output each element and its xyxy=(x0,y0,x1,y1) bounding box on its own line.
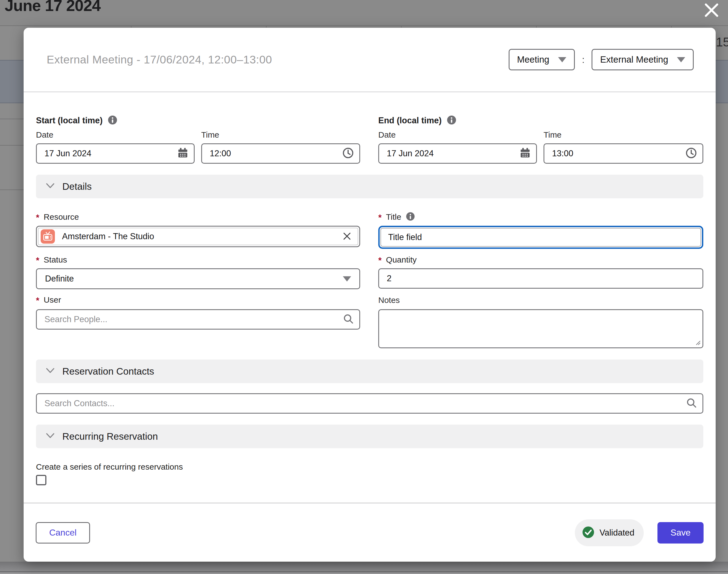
clock-icon[interactable] xyxy=(342,147,354,160)
status-label: Status xyxy=(44,255,67,264)
search-icon[interactable] xyxy=(343,313,354,326)
info-icon[interactable] xyxy=(446,115,457,126)
start-date-label: Date xyxy=(36,130,195,139)
quantity-label: Quantity xyxy=(386,255,417,264)
close-icon xyxy=(703,15,720,19)
save-button[interactable]: Save xyxy=(657,522,703,543)
type-separator: : xyxy=(582,54,585,65)
info-icon[interactable] xyxy=(108,115,118,126)
calendar-header-bar xyxy=(0,0,728,26)
header-divider xyxy=(24,91,716,92)
title-input[interactable] xyxy=(381,228,701,247)
reservation-dialog: External Meeting - 17/06/2024, 12:00–13:… xyxy=(24,28,716,562)
resource-combobox[interactable]: Amsterdam - The Studio xyxy=(36,226,360,247)
end-time-label: Time xyxy=(544,130,703,139)
calendar-row-line xyxy=(0,190,24,190)
screen: June 17 2024 15 External Meeting - 17/06… xyxy=(0,0,728,574)
caret-down-icon xyxy=(558,57,566,63)
clear-icon xyxy=(342,232,352,242)
start-time-input[interactable] xyxy=(201,144,360,164)
meeting-subtype-dropdown[interactable]: External Meeting xyxy=(592,49,694,70)
validated-text: Validated xyxy=(600,528,634,538)
chevron-down-icon xyxy=(46,183,55,190)
end-label: End (local time) xyxy=(378,116,442,125)
dialog-body: Start (local time) End (local time) Date… xyxy=(24,115,716,485)
start-time-label: Time xyxy=(201,130,360,139)
resource-tv-icon xyxy=(41,229,55,244)
end-date-input[interactable] xyxy=(378,144,537,164)
calendar-row-line xyxy=(0,145,24,146)
user-search-input[interactable] xyxy=(36,309,360,330)
quantity-input[interactable] xyxy=(378,268,703,289)
title-field-focused xyxy=(378,226,703,249)
clear-resource-button[interactable] xyxy=(342,232,352,242)
user-label: User xyxy=(44,295,61,304)
resource-value: Amsterdam - The Studio xyxy=(62,232,335,241)
required-marker: * xyxy=(378,213,382,223)
section-recurring-title: Recurring Reservation xyxy=(62,431,158,442)
validated-check-icon xyxy=(582,526,595,540)
section-recurring-reservation[interactable]: Recurring Reservation xyxy=(36,424,703,448)
calendar-day-number: 15 xyxy=(716,35,728,49)
calendar-row-line xyxy=(0,119,24,119)
section-details-title: Details xyxy=(62,181,92,192)
recurring-checkbox-label: Create a series of recurring reservation… xyxy=(36,462,703,472)
validated-badge: Validated xyxy=(575,519,644,546)
meeting-subtype-value: External Meeting xyxy=(600,54,668,65)
title-label: Title xyxy=(386,212,401,222)
required-marker: * xyxy=(36,213,39,223)
required-marker: * xyxy=(378,256,382,265)
notes-textarea[interactable] xyxy=(378,309,703,348)
contacts-search-input[interactable] xyxy=(36,393,703,414)
required-marker: * xyxy=(36,296,39,306)
resize-grip-icon[interactable] xyxy=(695,340,701,346)
notes-label: Notes xyxy=(378,295,703,305)
chevron-down-icon xyxy=(46,433,55,440)
section-contacts-title: Reservation Contacts xyxy=(62,366,154,377)
resource-label: Resource xyxy=(44,212,79,222)
cancel-button[interactable]: Cancel xyxy=(36,522,90,543)
dialog-header: External Meeting - 17/06/2024, 12:00–13:… xyxy=(24,28,716,91)
calendar-date-title: June 17 2024 xyxy=(5,0,100,14)
calendar-bottom-strip xyxy=(0,572,728,574)
meeting-type-value: Meeting xyxy=(517,54,549,65)
calendar-bottom-shade xyxy=(0,562,728,572)
recurring-checkbox[interactable] xyxy=(36,475,46,485)
status-select[interactable]: Definite xyxy=(36,268,360,289)
clock-icon[interactable] xyxy=(685,147,697,160)
status-value: Definite xyxy=(45,274,74,284)
section-details[interactable]: Details xyxy=(36,175,703,198)
end-time-input[interactable] xyxy=(544,144,703,164)
type-select-group: Meeting : External Meeting xyxy=(509,49,694,70)
start-label: Start (local time) xyxy=(36,116,103,125)
close-button[interactable] xyxy=(703,2,720,19)
caret-down-icon xyxy=(343,276,351,282)
caret-down-icon xyxy=(677,57,685,63)
required-marker: * xyxy=(36,256,39,265)
calendar-icon[interactable] xyxy=(177,147,188,160)
info-icon[interactable] xyxy=(406,212,415,222)
chevron-down-icon xyxy=(46,368,55,375)
dialog-title: External Meeting - 17/06/2024, 12:00–13:… xyxy=(47,53,272,66)
search-icon[interactable] xyxy=(686,397,697,410)
meeting-type-dropdown[interactable]: Meeting xyxy=(509,49,575,70)
dialog-footer: Cancel Validated Save xyxy=(24,503,716,562)
start-date-input[interactable] xyxy=(36,144,195,164)
calendar-icon[interactable] xyxy=(519,147,531,160)
section-reservation-contacts[interactable]: Reservation Contacts xyxy=(36,360,703,383)
end-date-label: Date xyxy=(378,130,537,139)
